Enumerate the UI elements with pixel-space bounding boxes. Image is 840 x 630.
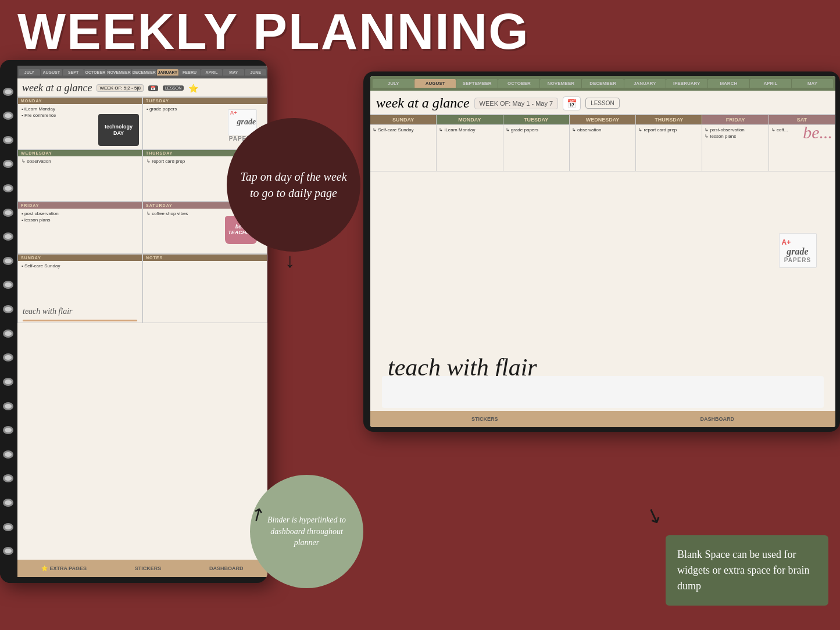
right-wednesday-cell[interactable]: observation (570, 125, 636, 171)
spiral-ring (3, 547, 13, 555)
spiral-ring (3, 402, 13, 410)
right-blank-area (382, 376, 824, 408)
tap-callout-circle: Tap on day of the week to go to daily pa… (227, 118, 360, 252)
tuesday-label: TUESDAY (143, 98, 267, 104)
right-month-may[interactable]: MAY (792, 79, 833, 88)
dashboard-nav[interactable]: DASHBOARD (209, 565, 244, 571)
right-month-april[interactable]: APRIL (750, 79, 791, 88)
notes-cell[interactable]: NOTES (142, 254, 267, 323)
right-thursday-item-1: report card prep (638, 127, 699, 133)
right-thursday-header[interactable]: THURSDAY (636, 115, 702, 124)
right-monday-header[interactable]: MONDAY (437, 115, 503, 124)
spiral-ring (3, 232, 13, 241)
right-tuesday-item-1: grade papers (506, 127, 567, 133)
right-month-august[interactable]: AUGUST (414, 79, 456, 88)
right-tablet: JULY AUGUST SEPTEMBER OCTOBER NOVEMBER D… (363, 71, 840, 432)
right-tuesday-cell[interactable]: grade papers (503, 125, 570, 171)
spiral-binding (0, 60, 16, 583)
friday-item-2: lesson plans (22, 217, 138, 223)
right-friday-header[interactable]: FRIDAY (702, 115, 768, 124)
friday-item-1: post observation (22, 211, 138, 216)
wednesday-label: WEDNESDAY (18, 150, 142, 156)
month-tab-july[interactable]: JULY (19, 69, 40, 76)
right-wednesday-header[interactable]: WEDNESDAY (570, 115, 636, 124)
sunday-content: Self-care Sunday (18, 261, 142, 305)
month-tabs: JULY AUGUST SEPT OCTOBER NOVEMBER DECEMB… (17, 66, 267, 78)
spiral-ring (3, 281, 13, 289)
right-friday-cell[interactable]: post-observation lesson plans (702, 125, 768, 171)
spiral-ring (3, 353, 13, 361)
right-wednesday-item-1: observation (572, 127, 633, 133)
blank-space-callout: Blank Space can be used for widgets or e… (666, 535, 828, 606)
sunday-cell[interactable]: SUNDAY Self-care Sunday teach with flair (17, 254, 142, 323)
bottom-row: SUNDAY Self-care Sunday teach with flair… (17, 254, 267, 323)
right-lesson-btn[interactable]: LESSON (585, 98, 620, 109)
right-friday-item-2: lesson plans (705, 134, 766, 139)
right-month-january[interactable]: JANUARY (624, 79, 666, 88)
right-month-july[interactable]: JULY (373, 79, 414, 88)
sticker-text: technologyDAY (105, 124, 133, 137)
right-thursday-cell[interactable]: report card prep (636, 125, 702, 171)
monday-cell[interactable]: MONDAY iLearn Monday Pre conference tech… (17, 97, 142, 149)
month-tab-september[interactable]: SEPT (63, 69, 84, 76)
right-monday-item-1: iLearn Monday (439, 127, 500, 133)
right-sunday-item-1: Self-care Sunday (373, 127, 434, 133)
right-grade-sticker: A+ grade PAPERS (771, 233, 824, 280)
left-tablet: JULY AUGUST SEPT OCTOBER NOVEMBER DECEMB… (0, 60, 267, 583)
stickers-label: STICKERS (135, 565, 162, 571)
spiral-ring (3, 499, 13, 507)
wednesday-cell[interactable]: WEDNESDAY observation (17, 149, 142, 202)
month-tab-november[interactable]: NOVEMBER (106, 69, 131, 76)
notebook-content: JULY AUGUST SEPT OCTOBER NOVEMBER DECEMB… (17, 66, 267, 577)
stickers-nav[interactable]: STICKERS (135, 565, 162, 571)
wednesday-item-1: observation (22, 159, 138, 164)
notes-label: NOTES (143, 255, 267, 261)
friday-cell[interactable]: FRIDAY post observation lesson plans (17, 202, 142, 254)
extra-pages-nav[interactable]: ⭐ EXTRA PAGES (41, 565, 87, 571)
right-sunday-header[interactable]: SUNDAY (370, 115, 437, 124)
right-calendar-icon[interactable]: 📅 (563, 96, 581, 110)
spiral-ring (3, 209, 13, 217)
month-tab-may[interactable]: MAY (223, 69, 244, 76)
month-tab-january[interactable]: JANUARY (157, 69, 178, 76)
technology-day-sticker: technologyDAY (98, 114, 139, 146)
star-icon: ⭐ (188, 84, 198, 93)
right-corner-text: be... (803, 123, 832, 142)
right-sunday-cell[interactable]: Self-care Sunday (370, 125, 437, 171)
grade-word: grade (237, 117, 256, 127)
right-day-cells: Self-care Sunday iLearn Monday grade pap… (370, 124, 835, 171)
bottom-nav-left: ⭐ EXTRA PAGES STICKERS DASHBOARD (17, 560, 267, 577)
blank-space-text: Blank Space can be used for widgets or e… (677, 547, 817, 594)
signature-line (23, 320, 137, 321)
spiral-ring (3, 257, 13, 265)
spiral-ring (3, 160, 13, 168)
right-month-october[interactable]: OCTOBER (498, 79, 539, 88)
month-tab-august[interactable]: AUGUST (41, 69, 62, 76)
month-tab-october[interactable]: OCTOBER (84, 69, 106, 76)
spiral-ring (3, 136, 13, 144)
tap-callout-arrow: ↓ (285, 249, 295, 272)
right-tuesday-header[interactable]: TUESDAY (503, 115, 570, 124)
right-month-march[interactable]: MARCH (708, 79, 749, 88)
right-month-december[interactable]: DECEMBER (582, 79, 623, 88)
right-month-november[interactable]: NOVEMBER (540, 79, 581, 88)
right-month-september[interactable]: SEPTEMBER (456, 79, 498, 88)
right-grade-a: A+ (780, 238, 791, 246)
right-dashboard-nav[interactable]: DASHBOARD (700, 416, 734, 422)
month-tab-april[interactable]: APRIL (201, 69, 223, 76)
right-stickers-nav[interactable]: STICKERS (471, 416, 498, 422)
right-month-february[interactable]: IFEBRUARY (666, 79, 707, 88)
blank-space-arrow: ↙ (642, 502, 666, 529)
lesson-badge[interactable]: LESSON (163, 85, 184, 91)
right-monday-cell[interactable]: iLearn Monday (437, 125, 503, 171)
month-tab-february[interactable]: FEBRU (179, 69, 201, 76)
calendar-icon[interactable]: 📅 (148, 85, 158, 91)
spiral-ring (3, 474, 13, 482)
month-tab-june[interactable]: JUNE (245, 69, 266, 76)
right-week-title: week at a glance (376, 95, 470, 111)
signature-left: teach with flair (18, 305, 142, 318)
right-grade-paper: A+ grade PAPERS (779, 233, 817, 268)
month-tab-december[interactable]: DECEMBER (132, 69, 156, 76)
main-content: JULY AUGUST SEPT OCTOBER NOVEMBER DECEMB… (0, 60, 840, 623)
page-header: WEEKLY PLANNING (0, 0, 840, 60)
